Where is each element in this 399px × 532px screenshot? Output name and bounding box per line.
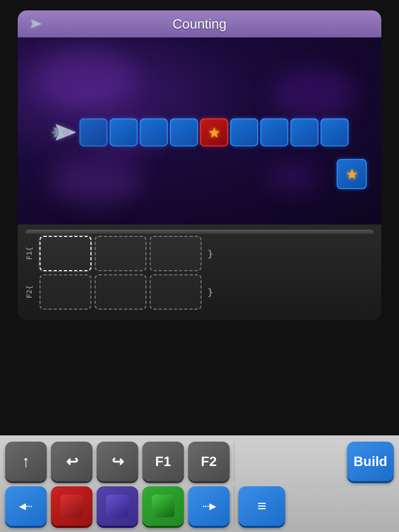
f2-slot-3[interactable] bbox=[150, 274, 202, 310]
red-color-button[interactable] bbox=[51, 486, 92, 526]
tile-8[interactable] bbox=[290, 118, 318, 147]
toolbar-separator-2 bbox=[234, 486, 234, 526]
f2-label: F2{ bbox=[25, 285, 36, 298]
turn-right-icon: ↪ bbox=[112, 453, 124, 470]
turn-right-button[interactable]: ↪ bbox=[97, 442, 138, 481]
tile-2[interactable] bbox=[110, 118, 138, 147]
green-color-square bbox=[152, 495, 175, 517]
app-container: Counting bbox=[0, 0, 399, 532]
tile-3[interactable] bbox=[140, 118, 168, 147]
space-background: ★ ★ bbox=[18, 37, 381, 224]
list-button[interactable]: ≡ bbox=[238, 486, 285, 526]
code-row-f2: F2{ } bbox=[25, 274, 374, 310]
scroll-left-icon: ◀··· bbox=[19, 501, 32, 511]
f1-toolbar-label: F1 bbox=[155, 454, 171, 470]
page-title: Counting bbox=[48, 16, 351, 32]
star-icon-red-tile: ★ bbox=[208, 124, 221, 141]
f1-toolbar-button[interactable]: F1 bbox=[142, 442, 184, 481]
f2-slot-1[interactable] bbox=[39, 274, 91, 310]
tile-4[interactable] bbox=[170, 118, 198, 147]
purple-color-square bbox=[106, 495, 129, 517]
game-area: Counting bbox=[18, 10, 381, 320]
f1-slot-2[interactable] bbox=[95, 236, 147, 271]
tile-6[interactable] bbox=[230, 118, 258, 147]
spaceship-game-icon bbox=[50, 121, 77, 144]
f1-slot-3[interactable] bbox=[150, 236, 202, 271]
build-label: Build bbox=[354, 454, 388, 470]
green-color-button[interactable] bbox=[142, 486, 184, 526]
toolbar-row2: ◀··· ···▶ ≡ bbox=[5, 486, 394, 526]
tile-5-red-star[interactable]: ★ bbox=[200, 118, 228, 147]
scroll-right-button[interactable]: ···▶ bbox=[188, 486, 230, 526]
f2-toolbar-label: F2 bbox=[201, 454, 217, 470]
f2-slot-2[interactable] bbox=[95, 274, 147, 310]
floating-star-tile[interactable]: ★ bbox=[337, 159, 367, 189]
scroll-left-button[interactable]: ◀··· bbox=[5, 486, 47, 526]
game-track: ★ bbox=[50, 118, 349, 147]
svg-marker-1 bbox=[51, 130, 56, 135]
title-bar: Counting bbox=[18, 10, 381, 37]
purple-color-button[interactable] bbox=[97, 486, 138, 526]
scroll-right-icon: ···▶ bbox=[202, 501, 215, 511]
build-button[interactable]: Build bbox=[347, 442, 394, 481]
svg-marker-0 bbox=[29, 22, 31, 25]
toolbar-row1: ↑ ↩ ↪ F1 F2 Build bbox=[5, 442, 394, 481]
tile-1[interactable] bbox=[79, 118, 108, 147]
up-arrow-icon: ↑ bbox=[22, 452, 30, 471]
up-button[interactable]: ↑ bbox=[5, 442, 47, 481]
tile-7[interactable] bbox=[260, 118, 288, 147]
star-icon-floating: ★ bbox=[345, 166, 358, 183]
turn-left-icon: ↩ bbox=[66, 453, 78, 470]
f1-label: F1{ bbox=[25, 247, 36, 260]
f2-toolbar-button[interactable]: F2 bbox=[188, 442, 230, 481]
code-area: F1{ } F2{ } bbox=[18, 224, 381, 320]
spaceship-icon bbox=[28, 17, 43, 31]
f1-end-bracket: } bbox=[205, 248, 216, 259]
toolbar-separator bbox=[234, 442, 234, 481]
svg-point-2 bbox=[63, 130, 69, 135]
f2-end-bracket: } bbox=[205, 287, 216, 298]
code-row-f1: F1{ } bbox=[25, 236, 374, 271]
code-area-top-bar bbox=[25, 230, 374, 234]
f1-slot-1[interactable] bbox=[39, 236, 91, 271]
list-icon: ≡ bbox=[257, 497, 267, 515]
bottom-toolbar: ↑ ↩ ↪ F1 F2 Build ◀··· bbox=[0, 435, 399, 532]
red-color-square bbox=[60, 495, 83, 517]
tile-9[interactable] bbox=[321, 118, 349, 147]
turn-left-button[interactable]: ↩ bbox=[51, 442, 92, 481]
